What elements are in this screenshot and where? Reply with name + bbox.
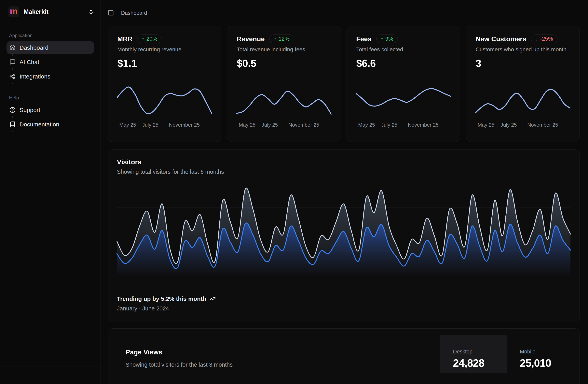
sparkline-x-labels: May 25 July 25 November 25 [476,122,570,128]
visitors-footer: Trending up by 5.2% this month January -… [117,295,216,312]
arrow-up-icon: ↑ [142,36,144,42]
sidebar-item-documentation[interactable]: Documentation [6,118,94,131]
visitors-trend-text: Trending up by 5.2% this month [117,295,206,302]
sparkline-x-labels: May 25 July 25 November 25 [117,122,212,128]
card-header: Fees ↑ 9% [356,35,451,43]
sidebar-item-ai-chat[interactable]: AI Chat [6,56,94,68]
sidebar-footer-divider [0,366,101,366]
x-tick-label: November 25 [408,122,439,128]
arrow-up-icon: ↑ [274,36,276,42]
visitors-period-text: January - June 2024 [117,305,216,312]
sidebar-nav-help: Support Documentation [6,104,94,132]
desktop-stat-button[interactable]: Desktop 24,828 [440,335,507,373]
breadcrumb: Dashboard [121,10,147,16]
mobile-stat-button[interactable]: Mobile 25,010 [507,335,574,373]
trend-value: -25% [540,36,553,42]
main-content: Dashboard MRR ↑ 20% Monthly recurring re… [101,0,588,384]
sparkline-chart [237,79,331,117]
card-header: New Customers ↓ -25% [476,35,570,43]
page-views-card: Page Views Showing total visitors for th… [108,328,580,384]
sidebar-section-help: Help [6,95,94,101]
x-tick-label: May 25 [478,122,494,128]
stat-card-mrr: MRR ↑ 20% Monthly recurring revenue $1.1… [108,26,221,142]
sidebar-section-application: Application [6,33,94,38]
x-tick-label: May 25 [119,122,136,128]
sidebar-item-label: AI Chat [20,59,39,66]
house-icon [9,45,16,51]
card-subtitle: Monthly recurring revenue [117,46,212,53]
arrow-up-icon: ↑ [381,36,383,42]
sparkline-chart [356,79,451,117]
visitors-area-chart [117,186,570,275]
x-tick-label: July 25 [381,122,397,128]
arrow-down-icon: ↓ [536,36,538,42]
card-title: Revenue [237,35,265,43]
trend-value: 20% [146,36,157,42]
trending-up-icon [209,296,216,302]
page-views-title: Page Views [126,348,232,356]
topbar: Dashboard [108,7,580,19]
visitors-subtitle: Showing total visitors for the last 6 mo… [117,169,570,175]
sparkline-chart [117,79,212,117]
x-tick-label: November 25 [169,122,200,128]
x-tick-label: July 25 [142,122,158,128]
help-circle-icon [9,107,16,113]
card-subtitle: Total revenue including fees [237,46,331,53]
trend-value: 9% [385,36,393,42]
mobile-stat-label: Mobile [520,349,574,355]
card-subtitle: Total fees collected [356,46,451,53]
trend-badge: ↓ -25% [531,35,557,43]
brand-name: Makerkit [24,8,84,15]
x-tick-label: November 25 [288,122,319,128]
stat-card-revenue: Revenue ↑ 12% Total revenue including fe… [227,26,341,142]
visitors-card: Visitors Showing total visitors for the … [108,149,580,322]
page-views-header-divider [108,384,580,384]
card-header: MRR ↑ 20% [117,35,212,43]
desktop-stat-label: Desktop [453,349,507,355]
x-tick-label: November 25 [527,122,558,128]
card-value: $1.1 [117,57,212,69]
stat-cards-row: MRR ↑ 20% Monthly recurring revenue $1.1… [108,26,580,142]
nav-separator-dash [6,131,94,132]
x-tick-label: July 25 [501,122,517,128]
card-title: New Customers [476,35,526,43]
page-views-subtitle: Showing total visitors for the last 3 mo… [126,361,232,368]
sidebar-item-label: Documentation [20,121,59,128]
card-value: 3 [476,57,570,69]
card-title: Fees [356,35,372,43]
trend-badge: ↑ 12% [270,35,294,43]
nav-separator-dash [6,54,94,56]
sparkline-x-labels: May 25 July 25 November 25 [356,122,451,128]
card-subtitle: Customers who signed up this month [476,46,570,53]
nav-separator-dash [6,68,94,70]
card-header: Revenue ↑ 12% [237,35,331,43]
chevrons-up-down-icon [88,9,94,15]
page-views-header: Page Views Showing total visitors for th… [126,348,232,368]
sidebar-item-label: Support [20,107,40,113]
sparkline-chart [476,79,570,117]
mobile-stat-value: 25,010 [520,357,574,369]
sidebar-item-support[interactable]: Support [6,104,94,116]
x-tick-label: May 25 [358,122,375,128]
sparkline-x-labels: May 25 July 25 November 25 [237,122,331,128]
chat-icon [9,59,16,65]
logo-letter: m [10,7,18,16]
sidebar-item-integrations[interactable]: Integrations [6,70,94,83]
card-title: MRR [117,35,132,43]
share-icon [9,73,16,79]
book-icon [9,121,16,127]
visitors-title: Visitors [117,158,570,166]
trend-badge: ↑ 20% [137,35,162,43]
sidebar: m Makerkit Application Dashboard AI Chat… [0,0,101,384]
page-views-stat-toggles: Desktop 24,828 Mobile 25,010 [440,335,574,373]
stat-card-fees: Fees ↑ 9% Total fees collected $6.6 May … [347,26,460,142]
sidebar-item-dashboard[interactable]: Dashboard [6,41,94,54]
stat-card-new-customers: New Customers ↓ -25% Customers who signe… [466,26,580,142]
sidebar-nav: Dashboard AI Chat Integrations [6,41,94,84]
trend-value: 12% [278,36,290,42]
sidebar-toggle-button[interactable] [108,10,114,17]
sidebar-item-label: Integrations [20,73,50,80]
x-tick-label: July 25 [262,122,278,128]
card-value: $6.6 [356,57,451,69]
org-switcher[interactable]: m Makerkit [6,6,94,17]
